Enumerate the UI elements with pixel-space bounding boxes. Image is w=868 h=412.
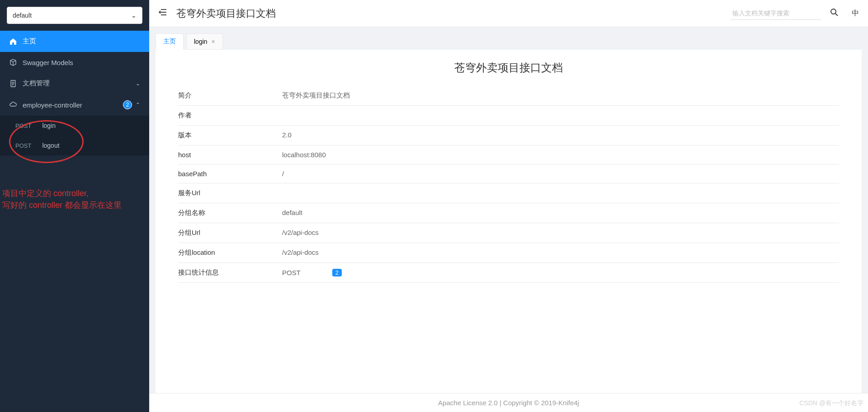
dropdown-wrapper: default ⌄ xyxy=(0,0,149,31)
page-title: 苍穹外卖项目接口文档 xyxy=(176,7,722,20)
info-value: 2.0 xyxy=(282,131,839,140)
info-label: 服务Url xyxy=(178,189,282,197)
sidebar-item-home[interactable]: 主页 xyxy=(0,31,149,52)
info-label: basePath xyxy=(178,170,282,178)
info-value: localhost:8080 xyxy=(282,151,839,159)
content-panel: 苍穹外卖项目接口文档 简介苍穹外卖项目接口文档 作者 版本2.0 hostloc… xyxy=(156,50,862,393)
api-name: logout xyxy=(42,142,59,149)
cloud-icon xyxy=(9,101,17,109)
table-row: 分组location/v2/api-docs xyxy=(178,243,839,263)
search-icon[interactable] xyxy=(830,8,838,19)
tab-label: 主页 xyxy=(163,37,176,46)
count-badge: 2 xyxy=(123,100,132,109)
sidebar-item-swagger-models[interactable]: Swagger Models xyxy=(0,52,149,73)
api-name: login xyxy=(42,122,56,129)
sidebar-item-doc-manage[interactable]: 文档管理 ⌄ xyxy=(0,73,149,94)
close-icon[interactable]: ✕ xyxy=(211,39,215,45)
table-row: 版本2.0 xyxy=(178,126,839,145)
watermark: CSDN @有一个好名字 xyxy=(799,399,863,407)
tab-login[interactable]: login ✕ xyxy=(186,33,223,50)
chevron-down-icon: ⌄ xyxy=(131,12,137,19)
main-area: 苍穹外卖项目接口文档 中 主页 login ✕ 苍穹外卖项目接口文档 简介苍穹外… xyxy=(149,0,868,412)
footer: Apache License 2.0 | Copyright © 2019-Kn… xyxy=(149,393,868,412)
info-value: /v2/api-docs xyxy=(282,229,839,237)
method-label: POST xyxy=(15,122,31,129)
method-label: POST xyxy=(15,142,31,149)
sidebar-item-label: 文档管理 xyxy=(23,79,50,88)
table-row: basePath/ xyxy=(178,164,839,183)
dropdown-value: default xyxy=(13,12,32,19)
info-label: 版本 xyxy=(178,131,282,140)
search-input[interactable] xyxy=(731,7,821,20)
stat-method: POST xyxy=(282,269,301,276)
info-value xyxy=(282,111,839,120)
sidebar-item-label: employee-controller xyxy=(23,101,82,109)
info-label: host xyxy=(178,151,282,159)
table-row: 简介苍穹外卖项目接口文档 xyxy=(178,86,839,106)
info-label: 分组Url xyxy=(178,229,282,237)
sidebar-item-label: 主页 xyxy=(23,37,36,46)
annotation-text: 项目中定义的 controller, 写好的 controller 都会显示在这… xyxy=(2,187,122,211)
table-row: hostlocalhost:8080 xyxy=(178,145,839,164)
info-value: 苍穹外卖项目接口文档 xyxy=(282,91,839,100)
header: 苍穹外卖项目接口文档 中 xyxy=(149,0,868,27)
tab-home[interactable]: 主页 xyxy=(156,33,184,50)
chevron-down-icon: ⌄ xyxy=(136,80,140,87)
table-row: 分组Url/v2/api-docs xyxy=(178,223,839,243)
tab-label: login xyxy=(194,38,208,45)
info-label: 接口统计信息 xyxy=(178,268,282,277)
sub-items: POST login POST logout xyxy=(0,116,149,155)
table-row: 分组名称default xyxy=(178,203,839,223)
sidebar-item-label: Swagger Models xyxy=(23,59,73,66)
language-toggle[interactable]: 中 xyxy=(852,9,859,18)
info-value: / xyxy=(282,170,839,178)
group-dropdown[interactable]: default ⌄ xyxy=(7,7,142,24)
cube-icon xyxy=(9,58,17,66)
info-value: default xyxy=(282,209,839,217)
info-value: /v2/api-docs xyxy=(282,248,839,257)
stat-count-badge: 2 xyxy=(332,269,342,276)
info-label: 分组名称 xyxy=(178,209,282,217)
tabs-bar: 主页 login ✕ xyxy=(149,27,868,50)
doc-title: 苍穹外卖项目接口文档 xyxy=(156,50,862,86)
info-label: 简介 xyxy=(178,91,282,100)
sidebar-item-employee-controller[interactable]: employee-controller 2 ⌃ xyxy=(0,94,149,116)
document-icon xyxy=(9,80,17,88)
info-table: 简介苍穹外卖项目接口文档 作者 版本2.0 hostlocalhost:8080… xyxy=(156,86,862,283)
home-icon xyxy=(9,37,17,46)
collapse-sidebar-icon[interactable] xyxy=(158,8,167,19)
svg-point-7 xyxy=(831,9,836,14)
info-value xyxy=(282,189,839,197)
api-item-login[interactable]: POST login xyxy=(0,116,149,136)
table-row: 服务Url xyxy=(178,183,839,203)
api-item-logout[interactable]: POST logout xyxy=(0,136,149,155)
table-row: 作者 xyxy=(178,106,839,126)
svg-line-8 xyxy=(835,14,838,16)
info-label: 作者 xyxy=(178,111,282,120)
table-row-stats: 接口统计信息 POST 2 xyxy=(178,263,839,283)
info-label: 分组location xyxy=(178,248,282,257)
stat-value: POST 2 xyxy=(282,268,839,277)
chevron-up-icon: ⌃ xyxy=(136,102,140,108)
